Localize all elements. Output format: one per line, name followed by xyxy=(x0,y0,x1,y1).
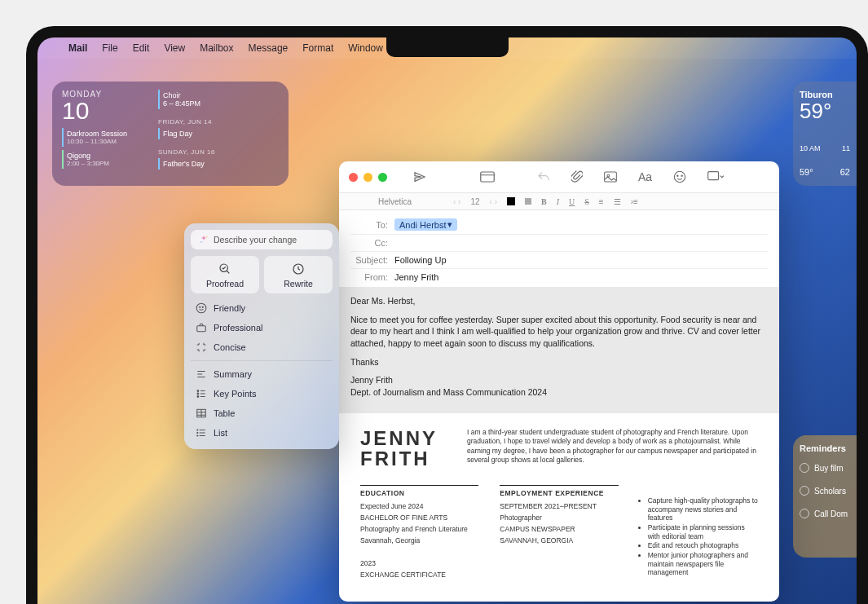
italic-button[interactable]: I xyxy=(557,197,559,206)
window-controls xyxy=(349,173,387,182)
subject-label: Subject: xyxy=(350,255,388,265)
svg-point-5 xyxy=(681,175,682,176)
calendar-event: Flag Day xyxy=(158,128,279,139)
svg-rect-6 xyxy=(708,172,719,180)
font-size-select[interactable]: 12 xyxy=(470,197,479,206)
bg-color-swatch[interactable] xyxy=(525,198,531,205)
style-concise[interactable]: Concise xyxy=(191,337,333,357)
chevron-down-icon[interactable]: ▾ xyxy=(447,219,452,230)
emoji-icon[interactable] xyxy=(673,170,686,183)
svg-point-4 xyxy=(677,175,678,176)
menu-view[interactable]: View xyxy=(164,42,185,54)
style-friendly[interactable]: Friendly xyxy=(191,298,333,318)
subject-field[interactable]: Following Up xyxy=(394,255,447,265)
menu-edit[interactable]: Edit xyxy=(133,42,150,54)
svg-point-12 xyxy=(200,306,200,307)
transform-summary[interactable]: Summary xyxy=(191,364,333,384)
calendar-day-number: 10 xyxy=(62,99,158,123)
font-family-select[interactable]: Helvetica xyxy=(378,197,443,206)
menu-file[interactable]: File xyxy=(102,42,117,54)
to-label: To: xyxy=(350,220,388,230)
key-points-icon xyxy=(196,388,207,399)
laptop-frame: Mail File Edit View Mailbox Message Form… xyxy=(26,26,868,604)
svg-rect-0 xyxy=(481,172,495,182)
calendar-widget[interactable]: MONDAY 10 Darkroom Session 10:30 – 11:30… xyxy=(52,82,289,186)
attach-icon[interactable] xyxy=(571,170,583,183)
magnifier-check-icon xyxy=(218,262,231,276)
rewrite-icon xyxy=(292,262,305,276)
calendar-day-label: MONDAY xyxy=(62,90,158,99)
reminders-widget[interactable]: Reminders Buy film Scholars Call Dom xyxy=(793,435,857,558)
recipient-token[interactable]: Andi Herbst▾ xyxy=(394,218,457,231)
minimize-button[interactable] xyxy=(364,173,372,182)
mail-body[interactable]: Dear Ms. Herbst, Nice to meet you for co… xyxy=(339,287,779,602)
svg-rect-1 xyxy=(605,172,617,182)
svg-rect-14 xyxy=(197,326,206,332)
svg-point-20 xyxy=(197,432,198,433)
calendar-event: Qigong 2:00 – 3:30PM xyxy=(62,150,158,169)
menu-format[interactable]: Format xyxy=(302,42,333,54)
app-menu[interactable]: Mail xyxy=(68,42,87,54)
resume-intro: I am a third-year student undergraduate … xyxy=(467,428,758,469)
media-dropdown-icon[interactable] xyxy=(707,170,724,183)
menu-mailbox[interactable]: Mailbox xyxy=(200,42,233,54)
table-icon xyxy=(196,408,207,419)
describe-change-input[interactable]: Describe your change xyxy=(191,230,333,249)
mail-titlebar[interactable]: Aa xyxy=(339,161,779,192)
svg-point-17 xyxy=(197,396,199,398)
zoom-button[interactable] xyxy=(378,173,387,182)
summary-icon xyxy=(196,368,207,380)
rewrite-button[interactable]: Rewrite xyxy=(264,256,333,293)
underline-button[interactable]: U xyxy=(569,197,575,206)
bold-button[interactable]: B xyxy=(541,197,547,206)
svg-point-21 xyxy=(197,435,198,436)
transform-table[interactable]: Table xyxy=(191,403,333,423)
reminder-item[interactable]: Call Dom xyxy=(800,509,850,518)
resume-attachment-preview: JENNY FRITH I am a third-year student un… xyxy=(339,413,779,597)
svg-point-3 xyxy=(674,171,685,182)
display-notch xyxy=(386,37,509,57)
list-icon xyxy=(196,427,207,439)
list-button[interactable]: ☰ xyxy=(614,197,621,206)
reply-icon[interactable] xyxy=(537,171,550,183)
indent-button[interactable]: ›≡ xyxy=(631,197,638,206)
svg-point-15 xyxy=(197,390,199,392)
svg-point-7 xyxy=(206,236,208,238)
proofread-button[interactable]: Proofread xyxy=(191,256,259,293)
from-field[interactable]: Jenny Frith xyxy=(394,272,438,282)
transform-list[interactable]: List xyxy=(191,423,333,443)
text-color-swatch[interactable] xyxy=(507,197,515,205)
format-icon[interactable]: Aa xyxy=(638,170,652,183)
reminder-item[interactable]: Buy film xyxy=(800,463,850,473)
header-fields-icon[interactable] xyxy=(480,171,495,183)
send-icon[interactable] xyxy=(413,170,426,183)
writing-tools-popover: Describe your change Proofread Rewrite F… xyxy=(184,223,339,449)
checkbox-icon[interactable] xyxy=(800,509,809,518)
weather-widget[interactable]: Tiburon 59° 10 AM11 59°62 xyxy=(793,82,857,186)
strike-button[interactable]: S xyxy=(584,197,589,206)
weather-temperature: 59° xyxy=(800,99,850,123)
align-button[interactable]: ≡ xyxy=(599,197,604,206)
photo-icon[interactable] xyxy=(604,171,617,183)
reminder-item[interactable]: Scholars xyxy=(800,486,850,496)
checkbox-icon[interactable] xyxy=(800,463,809,473)
briefcase-icon xyxy=(196,322,207,333)
menu-window[interactable]: Window xyxy=(348,42,383,54)
selected-text-region[interactable]: Dear Ms. Herbst, Nice to meet you for co… xyxy=(339,287,779,413)
cc-label: Cc: xyxy=(350,238,388,248)
close-button[interactable] xyxy=(349,173,358,182)
menu-message[interactable]: Message xyxy=(249,42,289,54)
reminders-title: Reminders xyxy=(800,443,850,453)
svg-point-13 xyxy=(202,306,203,307)
resume-name: FRITH xyxy=(360,448,438,469)
svg-point-8 xyxy=(200,241,202,243)
style-professional[interactable]: Professional xyxy=(191,318,333,337)
sparkle-icon xyxy=(199,235,209,245)
mail-compose-window: Aa Helvetica ‹ › 12 ‹ › B I U S ≡ ☰ ›≡ T… xyxy=(339,161,779,602)
svg-point-16 xyxy=(197,393,199,395)
checkbox-icon[interactable] xyxy=(800,486,809,496)
transform-key-points[interactable]: Key Points xyxy=(191,384,333,403)
calendar-event: Father's Day xyxy=(158,158,279,170)
mail-header-fields: To: Andi Herbst▾ Cc: Subject: Following … xyxy=(339,210,779,287)
svg-point-19 xyxy=(197,430,198,430)
